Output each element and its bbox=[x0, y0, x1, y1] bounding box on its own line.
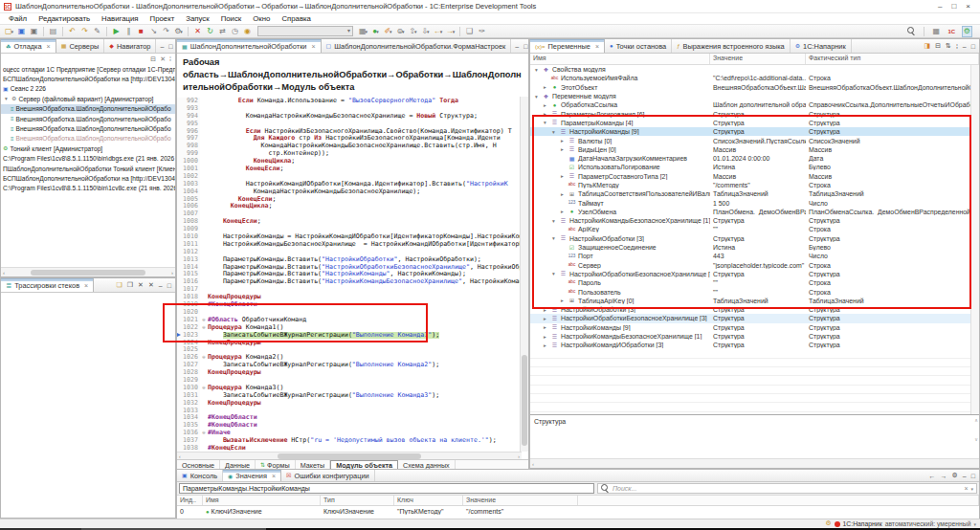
menu-Справка[interactable]: Справка bbox=[277, 14, 316, 23]
run-config-icon[interactable]: ▦▾ bbox=[358, 26, 368, 37]
variables-row[interactable]: abcСервер"jsonplaceholder.typicode.com"С… bbox=[530, 261, 979, 270]
variables-row[interactable]: ▸☰ПараметрыЛогирования [6]СтруктураСтрук… bbox=[530, 109, 979, 118]
sync-icon[interactable]: ⇄ bbox=[217, 26, 228, 37]
variables-row[interactable]: ▾☰НастройкиОбработкиБезопасноеХранилище … bbox=[530, 270, 979, 278]
code-line-1019[interactable]: 1019#КонецОбласти bbox=[177, 301, 528, 309]
code-line-1001[interactable]: 1001 КонецЕсли; bbox=[177, 166, 528, 173]
variables-row[interactable]: ▸☰НастройкиКоманды [9]СтруктураСтруктура bbox=[530, 323, 979, 332]
minimize-view-icon[interactable]: – bbox=[160, 43, 164, 50]
variables-row[interactable]: abcПароль""Строка bbox=[530, 278, 979, 287]
fold-icon[interactable]: ⊖ bbox=[200, 354, 208, 362]
variables-row[interactable]: ▸⊞ТаблицаApiKey [0]ТаблицаЗначенийТаблиц… bbox=[530, 297, 979, 305]
close-icon[interactable]: × bbox=[595, 43, 599, 50]
menu-Поиск[interactable]: Поиск bbox=[216, 14, 247, 23]
code-line-1037[interactable]: 1037 ВызватьИсключение НСтр("ru = 'Недоп… bbox=[177, 437, 528, 445]
search-dropdown-icon[interactable]: ▾ bbox=[970, 486, 973, 492]
debug-tree-item[interactable]: ▾⚙Сервер (файловый вариант) [Администрат… bbox=[1, 94, 175, 103]
search-people-icon[interactable]: ◉ bbox=[242, 26, 253, 37]
search-icon[interactable] bbox=[906, 26, 917, 37]
code-line-996[interactable]: 996 Если НастройкиИзБезопасногоХранилища… bbox=[177, 128, 528, 136]
code-line-995[interactable]: 995 bbox=[177, 121, 528, 128]
redo-icon[interactable]: ↷ bbox=[79, 26, 90, 37]
variables-row[interactable]: ▸☰Валюты [0]СписокЗначений.ПустаяСсылкаС… bbox=[530, 136, 979, 144]
pause-icon[interactable]: ∥ bbox=[123, 26, 134, 37]
editor-tab-ШаблонДополнительнойОбработки.ФормаНастроек[interactable]: ▢ШаблонДополнительнойОбработки.ФормаНаст… bbox=[322, 39, 512, 53]
maximize-view-icon[interactable]: □ bbox=[523, 43, 527, 50]
code-line-993[interactable]: 993 bbox=[177, 105, 528, 113]
tab-Ошибки конфигурации[interactable]: ☒Ошибки конфигурации bbox=[281, 470, 375, 481]
expression-input[interactable]: ПараметрыКоманды.НастройкиКоманды bbox=[179, 483, 594, 494]
maximize-button[interactable]: □ bbox=[951, 2, 956, 11]
annotation-icon[interactable]: ⊜▾ bbox=[395, 26, 406, 37]
code-line-1021[interactable]: 1021⊖#Область ОбработчикиКоманд bbox=[177, 317, 528, 324]
pin-icon[interactable]: ✑ bbox=[477, 26, 487, 37]
menu-Проект[interactable]: Проект bbox=[145, 14, 180, 23]
expander-icon[interactable]: ▸ bbox=[559, 146, 566, 152]
vars-toolbar-icon-4[interactable]: – bbox=[963, 43, 967, 50]
editor-vscrollbar[interactable] bbox=[520, 97, 528, 452]
code-line-1008[interactable]: 1008 КонецЕсли; bbox=[177, 218, 528, 226]
minimize-button[interactable]: – bbox=[938, 2, 942, 11]
code-line-999[interactable]: 999 стр.Контейнер)); bbox=[177, 150, 528, 158]
tab-Значения[interactable]: ◉Значения× bbox=[223, 470, 281, 481]
remove-marks-icon[interactable]: ✕ bbox=[192, 26, 203, 37]
debug-toolbar-icon-0[interactable]: ⊟ bbox=[150, 55, 156, 63]
close-icon[interactable]: × bbox=[84, 282, 88, 289]
code-line-1015[interactable]: 1015 ПараметрыКоманды.Вставить("Настройк… bbox=[177, 271, 528, 278]
expander-icon[interactable]: ▾ bbox=[550, 271, 557, 276]
vars-toolbar-icon-1[interactable]: ⊟ bbox=[935, 42, 941, 50]
variables-row[interactable]: abcПользователь""Строка bbox=[530, 287, 979, 296]
expander-icon[interactable]: ▸ bbox=[542, 111, 548, 117]
variables-row[interactable]: ▸⊞ТаблицаСоответствияПользователейИВалют… bbox=[530, 189, 979, 198]
code-line-1025[interactable]: 1025 bbox=[177, 346, 528, 354]
menu-Навигация[interactable]: Навигация bbox=[97, 14, 144, 23]
quick-launch-icon[interactable]: ✐▾ bbox=[383, 26, 393, 37]
fold-icon[interactable]: ⊖ bbox=[200, 385, 208, 392]
code-line-1010[interactable]: 1010 НастройкиКоманды = НастройкиКомандИ… bbox=[177, 233, 528, 241]
code-line-1022[interactable]: 1022⊖Процедура Команда1() bbox=[177, 324, 528, 332]
values-row[interactable]: 0● КлючИЗначениеКлючИЗначение"ПутьКМетод… bbox=[177, 506, 979, 517]
debug-toolbar-icon-2[interactable]: ⁞ bbox=[169, 55, 171, 62]
code-line-1024[interactable]: 1024КонецПроцедуры bbox=[177, 340, 528, 347]
close-button[interactable]: × bbox=[966, 2, 970, 11]
expander-icon[interactable]: ▾ bbox=[3, 96, 10, 101]
maximize-view-icon[interactable]: □ bbox=[168, 43, 172, 50]
profiler-icon[interactable]: ↻ bbox=[205, 26, 215, 37]
stack-toolbar-icon-4[interactable]: – bbox=[159, 282, 163, 289]
code-line-1013[interactable]: 1013 ПараметрыКоманды.Вставить("Настройк… bbox=[177, 256, 528, 264]
settings-gear-icon[interactable]: ⚙▾ bbox=[173, 26, 184, 37]
vars-toolbar-icon-3[interactable]: ⁞ bbox=[956, 43, 958, 50]
code-line-1026[interactable]: 1026⊖Процедура Команда2() bbox=[177, 354, 528, 362]
tab-Консоль[interactable]: ▣Консоль bbox=[177, 470, 223, 481]
forward-icon[interactable]: →▾ bbox=[445, 26, 456, 37]
link-icon[interactable]: ✎ bbox=[92, 26, 102, 37]
debug-icon[interactable]: ▶ bbox=[111, 26, 122, 37]
expander-icon[interactable]: ▸ bbox=[559, 173, 566, 179]
debug-tree-item[interactable]: БСПШаблонДополнительнойОбработки на [htt… bbox=[1, 173, 175, 183]
variables-row[interactable]: ▸●УзелОбменаПланОбмена._ДемоОбменВРа...П… bbox=[530, 208, 979, 216]
variables-row[interactable]: 123Порт443Число bbox=[530, 252, 979, 260]
console-toolbar-icon-3[interactable]: – bbox=[963, 473, 967, 479]
debug-tree-item[interactable]: ПШаблонДополнительнойОбработки Тонкий кл… bbox=[1, 164, 175, 173]
stack-toolbar-icon-3[interactable]: ✕ bbox=[148, 281, 154, 289]
search-clear-icon[interactable]: × bbox=[964, 485, 968, 492]
expander-icon[interactable]: ▸ bbox=[542, 316, 548, 321]
menu-Редактировать[interactable]: Редактировать bbox=[33, 14, 95, 23]
expander-icon[interactable]: ▾ bbox=[550, 235, 557, 241]
expander-icon[interactable]: ▾ bbox=[550, 218, 557, 224]
console-toolbar-icon-4[interactable]: □ bbox=[971, 473, 975, 479]
variables-row[interactable]: ▾❖Переменные модуля bbox=[530, 92, 979, 100]
close-icon[interactable]: × bbox=[272, 473, 276, 479]
fold-icon[interactable]: ⊖ bbox=[200, 430, 208, 437]
variables-row[interactable]: ▸☰ПараметрСоставногоТипа [2]МассивМассив bbox=[530, 172, 979, 181]
expander-icon[interactable]: ▸ bbox=[542, 84, 548, 90]
close-icon[interactable]: × bbox=[47, 43, 51, 50]
launch-combo[interactable] bbox=[257, 26, 353, 36]
tab-Навигатор[interactable]: ◆Навигатор bbox=[104, 39, 156, 53]
debug-hscrollbar[interactable]: ‹› bbox=[1, 267, 175, 276]
code-line-1016[interactable]: 1016 ПараметрыКоманды.Вставить("Настройк… bbox=[177, 278, 528, 286]
back-icon[interactable]: ←▾ bbox=[433, 26, 443, 37]
fold-icon[interactable]: ⊖ bbox=[200, 317, 208, 324]
code-line-1017[interactable]: 1017 bbox=[177, 286, 528, 294]
expander-icon[interactable]: ▸ bbox=[559, 138, 566, 144]
